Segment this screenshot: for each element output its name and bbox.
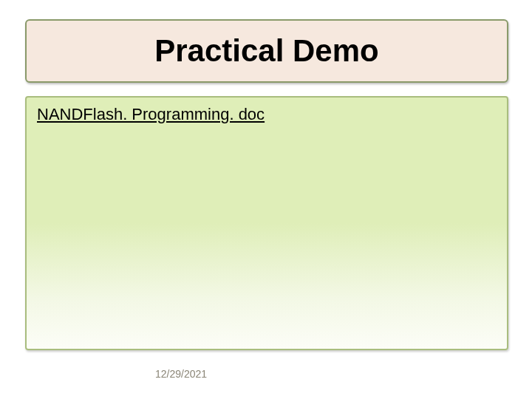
slide-title: Practical Demo [154, 33, 378, 69]
footer-date: 12/29/2021 [155, 368, 207, 380]
title-box: Practical Demo [25, 19, 508, 83]
content-box: NANDFlash. Programming. doc [25, 96, 508, 350]
document-link[interactable]: NANDFlash. Programming. doc [37, 105, 265, 123]
